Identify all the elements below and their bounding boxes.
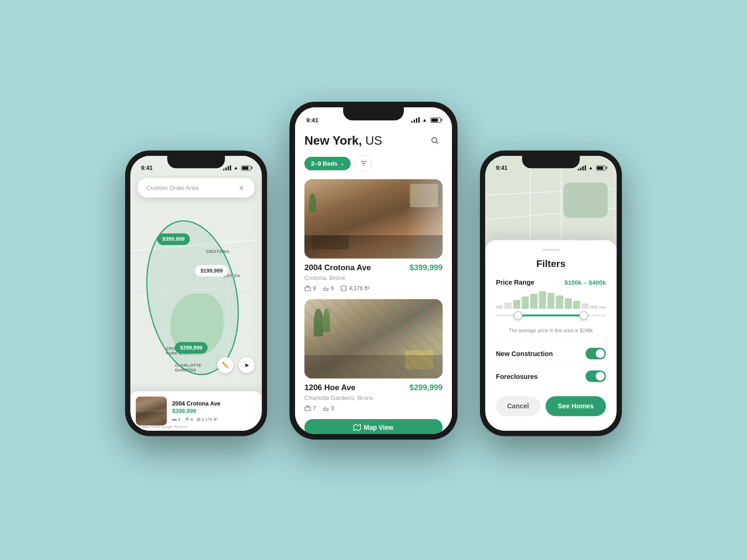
phone-2-listings: 9:41 ▲ Ne (289, 102, 458, 440)
status-time-1: 9:41 (141, 165, 153, 171)
svg-rect-6 (305, 287, 310, 291)
close-icon[interactable]: ✕ (237, 183, 246, 192)
bed-icon: 🛏 (172, 417, 177, 422)
notch-3 (522, 156, 580, 168)
slider-fill (518, 315, 584, 316)
svg-line-2 (436, 142, 437, 143)
slider-thumb-max[interactable] (579, 311, 588, 320)
title-bold: New York, (304, 133, 362, 147)
draw-tool-btn[interactable]: ✏️ (218, 357, 233, 373)
price-bubble-299[interactable]: $299,999 (175, 342, 207, 354)
listing-location-1: Crotona, Bronx (304, 274, 443, 281)
property-card-info: 2004 Crotona Ave $399,999 🛏 9 🚿 6 ⊞ (172, 400, 256, 422)
map-view-button[interactable]: Map View (304, 419, 443, 434)
card-baths: 🚿 6 (184, 417, 193, 422)
foreclosures-label: Foreclosures (496, 372, 538, 380)
listing-name-1: 2004 Crotona Ave (304, 263, 371, 273)
map-screen: 9:41 ▲ (130, 156, 261, 431)
listing-image-1 (304, 179, 443, 259)
listing-location-2: Charlotte Gardens, Bronx (304, 394, 443, 401)
price-range-label: Price Range (496, 278, 534, 286)
listing-info-2: 1206 Hoe Ave $299,999 (304, 383, 443, 392)
card-sqft: ⊞ 4,176 ft² (197, 417, 218, 422)
status-icons-2: ▲ (411, 117, 441, 123)
listing-specs-1: 9 6 4,176 ft² (304, 285, 443, 292)
phone-1-map: 9:41 ▲ (125, 151, 267, 436)
battery-icon-1 (241, 165, 251, 170)
listing-name-2: 1206 Hoe Ave (304, 383, 355, 392)
search-icon-button[interactable] (427, 133, 443, 148)
map-view-label: Map View (364, 424, 394, 431)
svg-marker-9 (354, 424, 361, 430)
filters-title: Filters (496, 258, 606, 270)
slider-track (496, 315, 606, 316)
price-avg-text: The average price in this area is $248k (496, 328, 606, 333)
bath-icon: 🚿 (184, 417, 189, 422)
price-bubble-199[interactable]: $199,999 (195, 265, 228, 277)
beds-filter-btn[interactable]: 2–9 Beds ⌄ (304, 157, 351, 170)
chevron-icon: ⌄ (340, 161, 344, 166)
drag-handle (542, 249, 560, 251)
listings-screen: 9:41 ▲ Ne (295, 107, 452, 434)
price-range-section: Price Range $100k – $400k (496, 278, 606, 333)
title-light: US (362, 133, 382, 147)
status-time-3: 9:41 (496, 165, 507, 171)
signal-icon-1 (223, 165, 231, 170)
card-beds: 🛏 9 (172, 417, 181, 422)
map-tools: ✏️ ➤ (218, 357, 255, 373)
beds-spec-1: 9 (304, 285, 316, 292)
wifi-icon-1: ▲ (233, 165, 238, 170)
see-homes-button[interactable]: See Homes (546, 396, 606, 416)
listing-card-1[interactable]: 2004 Crotona Ave $399,999 Crotona, Bronx… (304, 179, 443, 292)
signal-icon-3 (578, 165, 586, 170)
filters-bottom-sheet: Filters Price Range $100k – $400k (485, 240, 616, 431)
status-icons-3: ▲ (578, 165, 606, 170)
foreclosures-toggle[interactable] (585, 371, 606, 382)
title-row: New York, US (304, 133, 443, 148)
area-icon: ⊞ (197, 417, 200, 422)
beds-filter-label: 2–9 Beds (311, 160, 338, 167)
price-slider[interactable] (496, 307, 606, 324)
new-construction-toggle[interactable] (585, 348, 606, 359)
listings-header: New York, US 2–9 Beds ⌄ (295, 128, 452, 179)
new-construction-row: New Construction (496, 342, 606, 364)
filter-options-btn[interactable] (355, 155, 372, 172)
map-search-bar[interactable]: Custom Draw Area ✕ (138, 178, 255, 198)
baths-spec-2: 3 (323, 405, 334, 412)
price-label-row: Price Range $100k – $400k (496, 278, 606, 286)
signal-icon-2 (411, 117, 420, 123)
filter-row: 2–9 Beds ⌄ (304, 155, 443, 172)
notch-2 (343, 107, 404, 120)
battery-icon-3 (596, 165, 606, 170)
card-property-price: $399,999 (172, 408, 256, 414)
wifi-icon-3: ▲ (588, 165, 593, 170)
status-time-2: 9:41 (306, 117, 318, 124)
svg-rect-8 (305, 407, 310, 411)
direction-tool-btn[interactable]: ➤ (239, 357, 254, 373)
phone-3-filters: 9:41 ▲ CROTONA (480, 151, 622, 436)
sqft-spec-1: 4,176 ft² (340, 285, 369, 292)
beds-spec-2: 7 (304, 405, 316, 412)
filter-actions: Cancel See Homes (496, 396, 606, 416)
card-property-details: 🛏 9 🚿 6 ⊞ 4,176 ft² (172, 417, 256, 422)
listing-price-1: $399,999 (409, 263, 443, 273)
notch-1 (167, 156, 225, 168)
filters-screen: 9:41 ▲ CROTONA (485, 156, 616, 431)
listing-info-1: 2004 Crotona Ave $399,999 (304, 263, 443, 273)
price-range-value: $100k – $400k (564, 279, 606, 286)
cancel-button[interactable]: Cancel (496, 396, 540, 416)
foreclosures-row: Foreclosures (496, 364, 606, 387)
listing-card-2[interactable]: 1206 Hoe Ave $299,999 Charlotte Gardens,… (304, 299, 443, 412)
listing-price-2: $299,999 (409, 383, 443, 392)
slider-thumb-min[interactable] (514, 311, 522, 320)
new-construction-label: New Construction (496, 350, 553, 357)
wifi-icon-2: ▲ (422, 117, 427, 123)
svg-rect-7 (341, 286, 346, 291)
card-property-name: 2004 Crotona Ave (172, 400, 256, 406)
custom-draw-label: Custom Draw Area (147, 184, 199, 191)
baths-spec-1: 6 (323, 285, 334, 292)
map-footer: Map data ©2019 Google Terms of (130, 423, 261, 431)
battery-icon-2 (430, 118, 441, 123)
listing-image-2 (304, 299, 443, 378)
price-bubble-399[interactable]: $399,999 (157, 233, 190, 245)
